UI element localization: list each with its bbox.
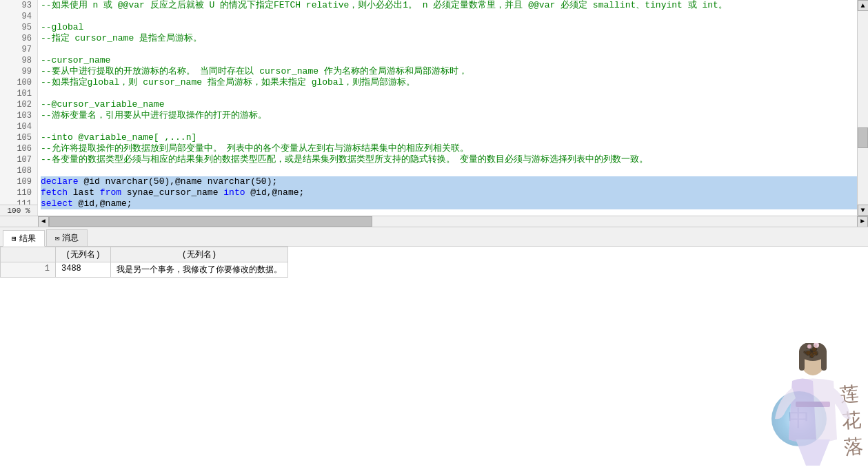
results-table-wrapper[interactable]: (无列名)(无列名)13488我是另一个事务，我修改了你要修改的数据。 — [0, 247, 868, 467]
msg-icon: ✉ — [55, 234, 60, 242]
line-numbers: 9394959697989910010110210310410510610710… — [0, 0, 38, 216]
code-line: --into @variable_name[ ,...n] — [41, 132, 868, 143]
code-line — [41, 88, 868, 99]
tab-消息[interactable]: ✉消息 — [46, 229, 88, 246]
cell-col2: 我是另一个事务，我修改了你要修改的数据。 — [111, 262, 288, 278]
results-table: (无列名)(无列名)13488我是另一个事务，我修改了你要修改的数据。 — [0, 247, 288, 278]
code-line: --各变量的数据类型必须与相应的结果集列的数据类型匹配，或是结果集列数据类型所支… — [41, 154, 868, 165]
line-number: 95 — [0, 22, 37, 33]
code-line — [41, 165, 868, 176]
scroll-right-button[interactable]: ► — [857, 216, 868, 227]
code-line — [41, 44, 868, 55]
line-number: 94 — [0, 11, 37, 22]
code-line: --cursor_name — [41, 55, 868, 66]
code-line: --如果使用 n 或 @@var 反应之后就被 U 的情况下指定FETCH re… — [41, 0, 868, 11]
cell-col1: 3488 — [56, 262, 111, 278]
scroll-left-button[interactable]: ◄ — [38, 216, 49, 227]
line-number: 105 — [0, 132, 37, 143]
scroll-thumb[interactable] — [858, 127, 868, 148]
line-number: 96 — [0, 33, 37, 44]
code-line: --允许将提取操作的列数据放到局部变量中。 列表中的各个变量从左到右与游标结果集… — [41, 143, 868, 154]
scroll-track[interactable] — [858, 11, 868, 205]
code-line: declare @id nvarchar(50),@name nvarchar(… — [41, 176, 868, 187]
scroll-up-button[interactable]: ▲ — [858, 0, 869, 11]
line-number: 108 — [0, 165, 37, 176]
results-tabs: ⊞结果✉消息 — [0, 227, 868, 247]
results-panel: ⊞结果✉消息 (无列名)(无列名)13488我是另一个事务，我修改了你要修改的数… — [0, 227, 868, 467]
code-line: select @id,@name; — [41, 198, 868, 209]
scroll-down-button[interactable]: ▼ — [858, 205, 869, 216]
line-number: 100 — [0, 77, 37, 88]
code-editor: 9394959697989910010110210310410510610710… — [0, 0, 868, 227]
code-line: --游标变量名，引用要从中进行提取操作的打开的游标。 — [41, 110, 868, 121]
code-line: --如果指定global，则 cursor_name 指全局游标，如果未指定 g… — [41, 77, 868, 88]
horizontal-scrollbar[interactable]: ◄ ► — [0, 216, 868, 227]
line-number: 101 — [0, 88, 37, 99]
line-number: 106 — [0, 143, 37, 154]
line-number: 99 — [0, 66, 37, 77]
line-number: 97 — [0, 44, 37, 55]
row-number: 1 — [1, 262, 56, 278]
code-line: --global — [41, 22, 868, 33]
table-row: 13488我是另一个事务，我修改了你要修改的数据。 — [1, 262, 288, 278]
line-number: 104 — [0, 121, 37, 132]
column-header: (无列名) — [56, 247, 111, 262]
row-num-header — [1, 247, 56, 262]
code-line: --指定 cursor_name 是指全局游标。 — [41, 33, 868, 44]
zoom-indicator: 100 % — [0, 205, 38, 216]
line-number: 110 — [0, 187, 37, 198]
column-header: (无列名) — [111, 247, 288, 262]
line-number: 102 — [0, 99, 37, 110]
code-line: fetch last from synae_cursor_name into @… — [41, 187, 868, 198]
vertical-scrollbar[interactable]: ▲ ▼ — [857, 0, 868, 216]
code-line — [41, 121, 868, 132]
tab-label: 消息 — [62, 232, 79, 244]
line-number: 107 — [0, 154, 37, 165]
grid-icon: ⊞ — [12, 234, 17, 243]
line-number: 93 — [0, 0, 37, 11]
line-number: 103 — [0, 110, 37, 121]
tab-结果[interactable]: ⊞结果 — [3, 230, 45, 247]
h-scroll-thumb[interactable] — [49, 216, 372, 227]
code-line — [41, 11, 868, 22]
tab-label: 结果 — [19, 233, 36, 245]
line-number: 109 — [0, 176, 37, 187]
code-line: --要从中进行提取的开放游标的名称。 当同时存在以 cursor_name 作为… — [41, 66, 868, 77]
code-lines: --如果使用 n 或 @@var 反应之后就被 U 的情况下指定FETCH re… — [38, 0, 868, 216]
code-line — [41, 209, 868, 216]
h-scroll-track[interactable] — [49, 216, 857, 227]
line-number: 98 — [0, 55, 37, 66]
code-line: --@cursor_variable_name — [41, 99, 868, 110]
